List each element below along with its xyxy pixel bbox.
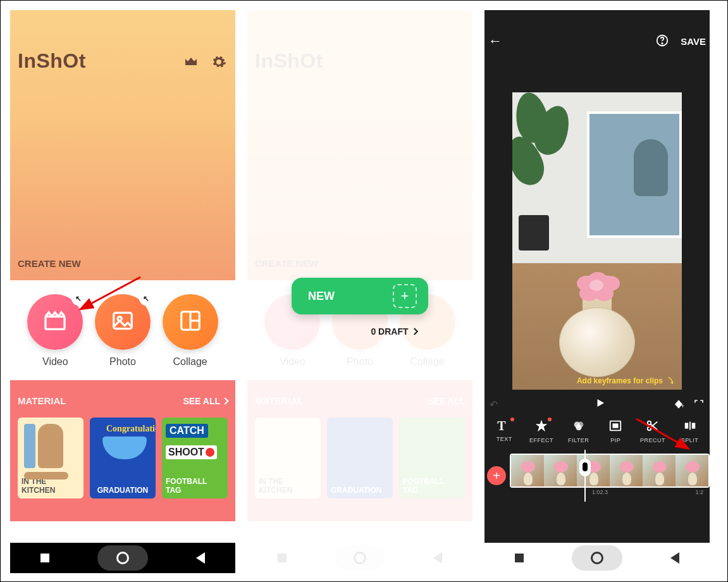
undo-icon[interactable]: ↶ bbox=[490, 399, 527, 411]
home-screen: InShOt CREATE NEW ↖ Video bbox=[10, 10, 235, 573]
create-new-label: CREATE NEW bbox=[18, 258, 81, 269]
filter-icon bbox=[572, 419, 586, 434]
text-icon: T bbox=[497, 419, 511, 433]
tile-label: GRADUATION bbox=[94, 486, 152, 495]
svg-rect-19 bbox=[691, 423, 695, 428]
svg-text:+: + bbox=[681, 403, 684, 409]
playback-row: ↶ + bbox=[484, 390, 710, 418]
svg-rect-2 bbox=[114, 313, 132, 328]
svg-rect-18 bbox=[684, 423, 688, 428]
notch-icon: ↖ bbox=[139, 292, 153, 306]
video-button[interactable]: ↖ Video bbox=[27, 294, 83, 368]
tool-precut[interactable]: PRECUT bbox=[635, 419, 670, 443]
keyframe-hint: Add keyframes for clips bbox=[577, 376, 677, 386]
material-tile-kitchen[interactable]: IN THE KITCHEN bbox=[18, 418, 83, 498]
tool-effect[interactable]: EFFECT bbox=[524, 419, 559, 443]
add-clip-button[interactable]: + bbox=[487, 466, 506, 485]
back-arrow-icon[interactable]: ← bbox=[488, 33, 502, 49]
nav-recent-icon[interactable] bbox=[40, 554, 49, 562]
photo-label: Photo bbox=[109, 356, 136, 368]
new-project-button[interactable]: NEW + bbox=[292, 278, 428, 314]
fullscreen-icon[interactable] bbox=[693, 399, 705, 410]
gear-icon[interactable] bbox=[211, 54, 226, 70]
app-logo: InShOt bbox=[18, 49, 86, 73]
collage-button[interactable]: Collage bbox=[163, 294, 218, 368]
editor-screen: ← SAVE Add keyframes for clips bbox=[484, 10, 710, 573]
svg-point-8 bbox=[662, 42, 663, 43]
svg-rect-15 bbox=[614, 424, 618, 428]
material-section: MATERIAL SEE ALL IN THE KITCHEN Congratu… bbox=[10, 380, 235, 521]
video-preview[interactable]: Add keyframes for clips bbox=[512, 92, 682, 390]
save-button[interactable]: SAVE bbox=[681, 36, 706, 47]
home-screen-overlay: InShOt CREATE NEW Video Photo Collage MA… bbox=[247, 10, 472, 573]
video-label: Video bbox=[42, 356, 68, 368]
editor-topbar: ← SAVE bbox=[484, 10, 710, 54]
svg-rect-1 bbox=[46, 316, 65, 329]
nav-back-icon[interactable] bbox=[196, 552, 205, 564]
keyframe-diamond-icon[interactable]: + bbox=[673, 399, 705, 410]
split-icon bbox=[683, 419, 697, 434]
photo-button[interactable]: ↖ Photo bbox=[95, 294, 151, 368]
pip-icon bbox=[608, 419, 622, 434]
tool-filter[interactable]: FILTER bbox=[561, 419, 596, 443]
star-icon bbox=[534, 419, 548, 434]
scissors-icon bbox=[646, 419, 660, 434]
see-all-button[interactable]: SEE ALL bbox=[183, 396, 228, 406]
tool-text[interactable]: T TEXT bbox=[486, 419, 522, 443]
collage-icon bbox=[178, 309, 202, 335]
create-actions: ↖ Video ↖ Photo Collage bbox=[10, 280, 235, 374]
timeline-clip[interactable] bbox=[510, 454, 710, 488]
draft-link[interactable]: 0 DRAFT bbox=[371, 326, 417, 337]
android-navbar bbox=[484, 543, 710, 573]
android-navbar bbox=[10, 543, 235, 573]
collage-label: Collage bbox=[173, 356, 207, 368]
clapperboard-icon bbox=[42, 308, 68, 336]
nav-recent-icon[interactable] bbox=[515, 554, 524, 562]
crown-icon[interactable] bbox=[183, 54, 199, 70]
new-label: NEW bbox=[308, 290, 335, 303]
tool-row: T TEXT EFFECT FILTER PIP PRECUT bbox=[484, 418, 710, 447]
nav-home-button[interactable] bbox=[97, 545, 148, 571]
material-tile-graduation[interactable]: Congratulations! GRADUATION bbox=[90, 418, 156, 498]
plus-icon: + bbox=[393, 284, 417, 308]
material-title: MATERIAL bbox=[18, 395, 66, 406]
hero-banner: InShOt CREATE NEW bbox=[10, 10, 235, 280]
time-labels: 1:02.3 1:2 bbox=[484, 489, 710, 495]
chevron-right-icon bbox=[411, 328, 418, 335]
chevron-right-icon bbox=[221, 397, 228, 404]
svg-point-13 bbox=[576, 424, 581, 430]
timeline[interactable]: + 1:02.3 1:2 bbox=[484, 450, 710, 502]
nav-home-button[interactable] bbox=[572, 545, 622, 571]
tile-label: FOOTBALL TAG bbox=[166, 477, 224, 495]
tool-pip[interactable]: PIP bbox=[598, 419, 633, 443]
tool-split[interactable]: SPLIT bbox=[672, 419, 708, 443]
image-icon bbox=[111, 309, 135, 335]
help-icon[interactable] bbox=[655, 34, 669, 49]
material-tile-football[interactable]: CATCH SHOOT FOOTBALL TAG bbox=[162, 418, 228, 498]
notch-icon: ↖ bbox=[71, 292, 85, 306]
nav-back-icon[interactable] bbox=[670, 552, 679, 564]
play-icon[interactable] bbox=[595, 397, 606, 411]
